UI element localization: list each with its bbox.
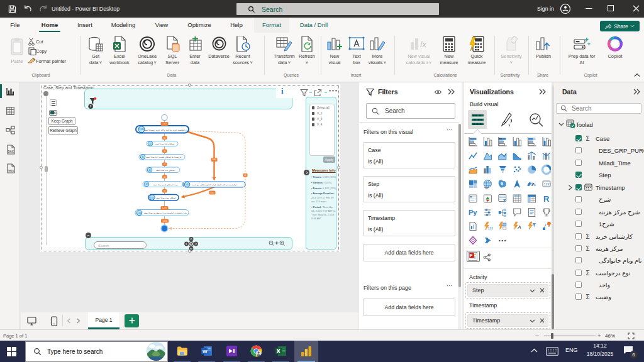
svg-text:30: 30	[164, 150, 166, 153]
svg-text:59: 59	[164, 190, 166, 192]
svg-text:1,294: 1,294	[163, 220, 167, 222]
svg-text:Py: Py	[469, 209, 477, 216]
svg-text:1,082: 1,082	[210, 192, 214, 194]
svg-text:DAX: DAX	[8, 150, 14, 153]
svg-text:W: W	[203, 349, 208, 354]
svg-text:44: 44	[164, 176, 166, 178]
svg-text:!: !	[474, 256, 475, 260]
svg-text:1,294: 1,294	[137, 212, 142, 214]
svg-text:30: 30	[164, 137, 166, 140]
svg-text:7,911: 7,911	[150, 197, 155, 199]
svg-text:1,589: 1,589	[162, 123, 167, 125]
svg-text:7,951: 7,951	[185, 184, 189, 186]
svg-text:3,983: 3,983	[212, 158, 216, 161]
svg-text:1,294: 1,294	[162, 207, 167, 209]
svg-text:P: P	[470, 253, 473, 258]
svg-text:درخواست خرید به تایید واحد خر: درخواست خرید به تایید واحد خرید رسیده اس…	[143, 129, 187, 131]
svg-text:R: R	[543, 194, 550, 204]
svg-text:123: 123	[487, 226, 493, 230]
svg-text:TMDL: TMDL	[7, 169, 14, 172]
svg-text:44: 44	[164, 163, 166, 166]
svg-text:66: 66	[244, 174, 247, 177]
svg-text:123: 123	[543, 182, 549, 186]
svg-text:fx: fx	[420, 40, 427, 49]
svg-text:A: A	[517, 224, 521, 230]
